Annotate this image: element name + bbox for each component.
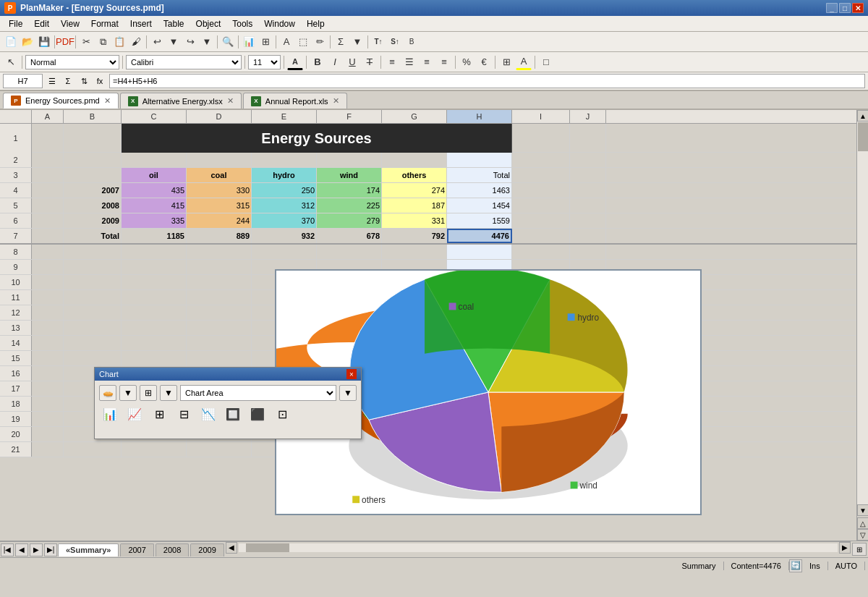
cell-d12[interactable] (187, 305, 252, 320)
chart-icon-4[interactable]: ⊟ (173, 404, 195, 424)
cell-j1[interactable] (570, 124, 606, 153)
menu-window[interactable]: Window (258, 17, 301, 30)
cell-reference[interactable] (3, 74, 43, 88)
scroll-track[interactable] (857, 122, 868, 504)
close-button[interactable]: ✕ (852, 3, 864, 13)
cell-j8[interactable] (570, 245, 606, 259)
cell-c14[interactable] (122, 336, 187, 350)
cell-b12[interactable] (64, 305, 122, 320)
col-header-d[interactable]: D (187, 110, 252, 123)
copy-button[interactable]: ⧉ (95, 34, 111, 50)
cell-g6[interactable]: 331 (382, 213, 447, 228)
col-header-i[interactable]: I (512, 110, 570, 123)
cell-c11[interactable] (122, 290, 187, 305)
cell-a1[interactable] (32, 124, 64, 153)
formula-dropdown[interactable]: ▼ (349, 34, 365, 50)
cell-h5[interactable]: 1454 (447, 198, 512, 213)
cell-j7[interactable] (570, 229, 606, 243)
chart-area-dropdown[interactable]: ▼ (339, 385, 357, 401)
find-button[interactable]: 🔍 (220, 34, 236, 50)
h-scroll-thumb[interactable] (246, 543, 289, 552)
menu-tools[interactable]: Tools (226, 17, 258, 30)
tab-alt-energy[interactable]: X Alternative Energy.xlsx ✕ (120, 93, 242, 109)
menu-format[interactable]: Format (85, 17, 124, 30)
cell-c9[interactable] (122, 260, 187, 274)
cell-g3[interactable]: others (382, 168, 447, 182)
col-header-f[interactable]: F (317, 110, 382, 123)
align-left[interactable]: ≡ (384, 54, 400, 70)
cell-f3[interactable]: wind (317, 168, 382, 182)
menu-edit[interactable]: Edit (28, 17, 55, 30)
cell-i4[interactable] (512, 183, 570, 198)
cell-j6[interactable] (570, 213, 606, 228)
scroll-thumb[interactable] (858, 122, 868, 151)
fill-button[interactable]: A (516, 54, 532, 70)
strikethrough-button[interactable]: T̶ (362, 54, 378, 70)
cell-d8[interactable] (187, 245, 252, 259)
cell-e5[interactable]: 312 (252, 198, 317, 213)
chart-icon-5[interactable]: 📉 (197, 404, 219, 424)
cell-j2[interactable] (570, 153, 606, 167)
chart-layout-button[interactable]: ⊞ (140, 385, 157, 401)
cell-d15[interactable] (187, 351, 252, 365)
h-scroll-track[interactable] (239, 543, 838, 552)
cell-d10[interactable] (187, 275, 252, 289)
redo-button[interactable]: ↪ (182, 34, 198, 50)
zoom-button[interactable]: ⊞ (852, 543, 867, 556)
menu-help[interactable]: Help (301, 17, 331, 30)
cell-h3[interactable]: Total (447, 168, 512, 182)
cell-g8[interactable] (382, 245, 447, 259)
cell-c10[interactable] (122, 275, 187, 289)
cell-a19[interactable] (32, 412, 64, 426)
tab-close-annual[interactable]: ✕ (333, 96, 339, 106)
pointer-button[interactable]: ↖ (3, 54, 19, 70)
cell-d3[interactable]: coal (187, 168, 252, 182)
title-span[interactable]: Energy Sources (122, 124, 512, 153)
cell-b14[interactable] (64, 336, 122, 350)
cell-d21[interactable] (187, 442, 252, 457)
cell-e2[interactable] (252, 153, 317, 167)
cell-h6[interactable]: 1559 (447, 213, 512, 228)
col-header-g[interactable]: G (382, 110, 447, 123)
cell-b4[interactable]: 2007 (64, 183, 122, 198)
col-header-c[interactable]: C (122, 110, 187, 123)
chart-type-button[interactable]: 🥧 (99, 385, 116, 401)
cell-j5[interactable] (570, 198, 606, 213)
chart-layout-dropdown[interactable]: ▼ (160, 385, 177, 401)
cell-f2[interactable] (317, 153, 382, 167)
italic-button[interactable]: I (327, 54, 343, 70)
cell-i2[interactable] (512, 153, 570, 167)
chart-button[interactable]: 📊 (241, 34, 257, 50)
horizontal-scrollbar[interactable]: ◀ ▶ (226, 541, 851, 553)
redo-dropdown[interactable]: ▼ (199, 34, 215, 50)
textframe-button[interactable]: ⬚ (295, 34, 311, 50)
cell-g7[interactable]: 792 (382, 229, 447, 243)
cell-b6[interactable]: 2009 (64, 213, 122, 228)
cell-c13[interactable] (122, 321, 187, 335)
percent-button[interactable]: % (459, 54, 475, 70)
cell-g4[interactable]: 274 (382, 183, 447, 198)
fbar-func[interactable]: fx (93, 75, 106, 88)
chart-toolbar-title[interactable]: Chart × (95, 368, 361, 381)
cell-a20[interactable] (32, 427, 64, 441)
style-select[interactable]: Normal (25, 55, 119, 69)
cell-e3[interactable]: hydro (252, 168, 317, 182)
cell-a4[interactable] (32, 183, 64, 198)
cell-c15[interactable] (122, 351, 187, 365)
cell-j4[interactable] (570, 183, 606, 198)
cell-c2[interactable] (122, 153, 187, 167)
cell-a10[interactable] (32, 275, 64, 289)
cell-c6[interactable]: 335 (122, 213, 187, 228)
cell-d14[interactable] (187, 336, 252, 350)
cell-d9[interactable] (187, 260, 252, 274)
chart-icon-8[interactable]: ⊡ (271, 404, 293, 424)
font-color-button[interactable]: A (287, 54, 303, 70)
undo-button[interactable]: ↩ (149, 34, 165, 50)
cell-f6[interactable]: 279 (317, 213, 382, 228)
scroll-left-button[interactable]: ◀ (226, 542, 237, 554)
align-center[interactable]: ☰ (401, 54, 417, 70)
paste-button[interactable]: 📋 (111, 34, 127, 50)
chart-icon-3[interactable]: ⊞ (148, 404, 170, 424)
cell-d13[interactable] (187, 321, 252, 335)
cell-a17[interactable] (32, 381, 64, 396)
